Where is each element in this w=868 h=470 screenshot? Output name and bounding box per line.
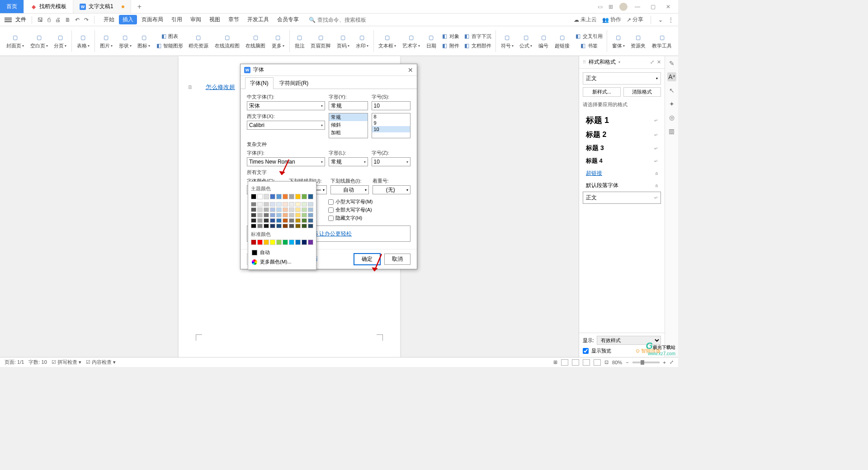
ribbon-更多[interactable]: ▢更多▾ (269, 32, 287, 50)
color-swatch[interactable] (302, 218, 307, 223)
print-preview-icon[interactable]: ⎙ (47, 17, 51, 23)
view-mode-3[interactable] (583, 359, 590, 366)
color-swatch[interactable] (276, 207, 282, 212)
close-panel-icon[interactable]: ✕ (657, 59, 661, 65)
size-option[interactable]: 8 (372, 113, 410, 120)
ribbon-tab-4[interactable]: 审阅 (187, 15, 205, 24)
color-swatch[interactable] (251, 240, 256, 245)
color-swatch[interactable] (308, 240, 313, 245)
ribbon-书签[interactable]: ◧书签 (573, 41, 604, 50)
color-swatch[interactable] (270, 213, 275, 217)
new-tab-button[interactable]: + (131, 0, 148, 13)
color-swatch[interactable] (283, 202, 288, 207)
color-swatch[interactable] (295, 224, 301, 228)
cancel-button[interactable]: 取消 (384, 254, 410, 265)
color-swatch[interactable] (276, 213, 282, 217)
style-input[interactable]: 常规 (329, 101, 368, 110)
ribbon-封面页[interactable]: ▢封面页▾ (4, 32, 27, 50)
color-swatch[interactable] (302, 240, 307, 245)
page-indicator[interactable]: 页面: 1/1 (5, 359, 24, 366)
tool-styles-icon[interactable]: Aᵃ (667, 72, 676, 81)
color-swatch[interactable] (289, 194, 294, 199)
color-swatch[interactable] (295, 207, 301, 212)
color-swatch[interactable] (251, 202, 256, 207)
ribbon-批注[interactable]: ▢批注 (292, 32, 307, 50)
word-count[interactable]: 字数: 10 (28, 359, 47, 366)
size-z-combo[interactable]: 10▾ (372, 157, 411, 166)
save-icon[interactable]: 🖫 (38, 17, 43, 23)
color-swatch[interactable] (264, 213, 269, 217)
color-swatch[interactable] (270, 218, 275, 223)
file-menu[interactable]: 文件 (15, 16, 26, 24)
color-swatch[interactable] (270, 240, 275, 245)
ribbon-交叉引用[interactable]: ◧交叉引用 (573, 32, 604, 41)
style-l-combo[interactable]: 常规▾ (329, 157, 368, 166)
redo-icon[interactable]: ↷ (84, 17, 89, 23)
auto-color-option[interactable]: 自动 (251, 248, 313, 257)
style-option[interactable]: 加粗 (329, 129, 368, 136)
color-swatch[interactable] (257, 218, 263, 223)
color-swatch[interactable] (295, 240, 301, 245)
tool-palette-icon[interactable]: ✎ (667, 59, 676, 68)
emphasis-dropdown[interactable]: (无)▾ (373, 185, 411, 194)
color-swatch[interactable] (264, 224, 269, 228)
zoom-in-button[interactable]: + (663, 360, 666, 365)
grid-apps-icon[interactable]: ⊞ (609, 4, 615, 10)
layout-switch-icon[interactable]: ▭ (598, 4, 604, 10)
color-swatch[interactable] (289, 207, 294, 212)
chevron-down-icon[interactable]: ⌄ (658, 17, 663, 23)
open-icon[interactable]: 🗎 (65, 17, 71, 23)
style-option[interactable]: 倾斜 (329, 121, 368, 129)
color-swatch[interactable] (283, 218, 288, 223)
color-swatch[interactable] (283, 224, 288, 228)
tool-shape-icon[interactable]: ✦ (667, 99, 676, 108)
user-avatar-icon[interactable] (619, 3, 627, 11)
view-mode-4[interactable] (594, 359, 601, 366)
allcaps-checkbox[interactable] (328, 207, 334, 213)
west-font-combo[interactable]: Calibri▾ (247, 121, 325, 130)
ribbon-tab-6[interactable]: 章节 (225, 15, 243, 24)
ribbon-空白页[interactable]: ▢空白页▾ (28, 32, 51, 50)
tool-book-icon[interactable]: ▥ (667, 127, 676, 136)
zoom-out-button[interactable]: − (626, 360, 628, 365)
color-swatch[interactable] (251, 207, 256, 212)
ribbon-公式[interactable]: ▢公式▾ (517, 32, 535, 50)
color-swatch[interactable] (264, 218, 269, 223)
color-swatch[interactable] (276, 240, 282, 245)
cn-font-combo[interactable]: 宋体▾ (247, 101, 325, 110)
ribbon-文档部件[interactable]: ◧文档部件 (462, 41, 493, 50)
font-tab[interactable]: 字体(N) (245, 77, 274, 89)
color-swatch[interactable] (270, 194, 275, 199)
color-swatch[interactable] (289, 240, 294, 245)
color-swatch[interactable] (302, 207, 307, 212)
hamburger-menu-icon[interactable] (5, 18, 12, 22)
tool-location-icon[interactable]: ◎ (667, 113, 676, 122)
ribbon-形状[interactable]: ▢形状▾ (116, 32, 134, 50)
color-swatch[interactable] (308, 202, 313, 207)
new-style-button[interactable]: 新样式... (583, 87, 621, 97)
size-option[interactable]: 10 (372, 126, 410, 132)
color-swatch[interactable] (283, 194, 288, 199)
color-swatch[interactable] (257, 224, 263, 228)
color-swatch[interactable] (308, 224, 313, 228)
style-entry[interactable]: 标题 1↵ (583, 113, 661, 128)
pin-icon[interactable]: ⤢ (650, 59, 654, 65)
hyperlink-text[interactable]: 怎么修改超 (206, 84, 235, 90)
color-swatch[interactable] (302, 213, 307, 217)
color-swatch[interactable] (257, 213, 263, 217)
size-input[interactable]: 10 (372, 101, 411, 110)
color-swatch[interactable] (257, 202, 263, 207)
underline-color-dropdown[interactable]: 自动▾ (330, 185, 369, 194)
show-preview-checkbox[interactable] (583, 348, 589, 354)
color-swatch[interactable] (251, 213, 256, 217)
color-swatch[interactable] (283, 240, 288, 245)
layout-icon[interactable]: ⊞ (553, 359, 557, 365)
color-swatch[interactable] (270, 207, 275, 212)
share-button[interactable]: ↗ 分享 (627, 16, 643, 24)
dialog-close-button[interactable]: ✕ (408, 66, 413, 74)
more-colors-option[interactable]: 更多颜色(M)... (251, 257, 313, 267)
close-window-button[interactable]: ✕ (663, 2, 674, 11)
fullscreen-icon[interactable]: ⤢ (670, 359, 674, 365)
document-tab[interactable]: W 文字文稿1 (73, 0, 131, 13)
undo-icon[interactable]: ↶ (75, 17, 80, 23)
